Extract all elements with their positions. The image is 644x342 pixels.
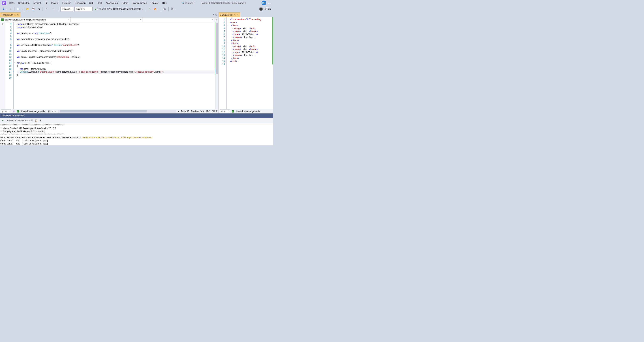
minimize-icon[interactable]: — (267, 2, 272, 4)
tab-label: sample1.xml (220, 14, 233, 16)
menu-hilfe[interactable]: Hilfe (160, 1, 169, 6)
workspace: Program.cs ⇱ ✕ ▾ ⚙ SaxonHE12NetCastStrin… (0, 12, 273, 113)
github-icon (259, 8, 262, 11)
menubar: DateiBearbeitenAnsichtGitProjektErstelle… (0, 0, 273, 6)
nav-type-combo[interactable] (70, 18, 142, 22)
paste-icon[interactable]: 📋 (35, 119, 38, 122)
save-button[interactable]: 💾 (31, 7, 36, 12)
left-tab-row: Program.cs ⇱ ✕ ▾ ⚙ (0, 12, 218, 17)
menu-erweiterungen[interactable]: Erweiterungen (130, 1, 149, 6)
col-indicator[interactable]: Zeichen: 148 (191, 110, 204, 113)
chevron-down-icon: ▾ (194, 2, 196, 4)
menu-git[interactable]: Git (43, 1, 49, 6)
start-without-debug-button[interactable]: ▷ (148, 7, 152, 12)
undo-button[interactable]: ↶ (44, 7, 48, 12)
tab-sample-xml[interactable]: sample1.xml ⇱ ✕ (219, 12, 240, 17)
code-content[interactable]: using net.liberty_development.SaxonHE12s… (16, 22, 215, 109)
search-label: Suchen (186, 2, 194, 4)
xml-outline-margin[interactable]: ⌄ ⌄ ⌄ (227, 17, 229, 109)
menu-debuggen[interactable]: Debuggen (73, 1, 88, 6)
left-status-bar: 90 % ℅ ✓ Keine Probleme gefunden 🛠 ▾ ◂ ▸… (0, 109, 218, 113)
window-layout-button[interactable]: ⊞ (170, 7, 175, 12)
menu-erstellen[interactable]: Erstellen (60, 1, 73, 6)
right-editor-pane: sample1.xml ⇱ ✕ 12345678910111213141516 … (219, 12, 273, 113)
line-number-gutter: 1234567891011121314151617✎1819 (5, 22, 14, 109)
pin-icon[interactable]: ⇱ (234, 14, 236, 16)
redo-button: ↷ (51, 7, 56, 12)
platform-combo[interactable]: Any CPU (74, 7, 92, 12)
crlf-indicator[interactable]: CRLF (212, 110, 218, 113)
outline-margin[interactable]: ⌄ ⌄ (14, 22, 16, 109)
ok-icon: ✓ (17, 110, 19, 113)
horizontal-scrollbar[interactable] (58, 110, 176, 113)
zoom-combo[interactable]: 90 % (1, 109, 11, 113)
ok-icon: ✓ (232, 110, 234, 113)
browse-button[interactable]: 🗂 (162, 7, 167, 12)
pin-icon[interactable]: ⇱ (14, 14, 16, 16)
nav-back-button[interactable]: ◉ (1, 7, 6, 12)
menu-datei[interactable]: Datei (7, 1, 16, 6)
menu-projekt[interactable]: Projekt (49, 1, 60, 6)
add-terminal-button[interactable]: ＋ (2, 119, 4, 122)
user-avatar[interactable]: MH (262, 1, 266, 5)
hot-reload-button: 🔥 (153, 7, 158, 12)
start-target-label: SaxonHE12NetCastStringToTokenExample (98, 8, 141, 10)
open-button[interactable]: 📂 (25, 7, 30, 12)
search-icon: 🔍 (182, 2, 184, 4)
menu-analysieren[interactable]: Analysieren (104, 1, 120, 6)
github-label: GitHub (264, 8, 271, 10)
split-editor-button[interactable]: ⬌ (214, 18, 218, 22)
close-icon[interactable]: ✕ (236, 14, 238, 16)
hscroll-left-button[interactable]: ◂ (54, 110, 56, 112)
xml-content[interactable]: <?xml version="1.0" encoding<root> <item… (229, 17, 273, 109)
vertical-scrollbar[interactable] (215, 22, 218, 109)
hscroll-right-button[interactable]: ▸ (178, 110, 179, 112)
menu-extras[interactable]: Extras (120, 1, 130, 6)
code-editor[interactable]: ⊞ 1234567891011121314151617✎1819 ⌄ ⌄ usi… (0, 22, 218, 109)
tab-label: Program.cs (2, 14, 13, 16)
new-item-button[interactable]: 📄 (16, 7, 20, 12)
save-all-button[interactable]: 🗃 (36, 7, 41, 12)
copy-icon[interactable]: ⧉ (32, 119, 33, 122)
problems-label[interactable]: Keine Probleme gefunden (236, 110, 261, 113)
panel-title[interactable]: Developer-PowerShell (0, 113, 273, 118)
main-toolbar: ◉ ▾ ◉ 📄 ▾ 📂 💾 🗃 ↶ ▾ ↷ ▾ Release Any CPU … (0, 6, 273, 12)
github-button[interactable]: GitHub (258, 8, 272, 11)
spc-indicator[interactable]: SPC (206, 110, 210, 113)
menu-fenster[interactable]: Fenster (149, 1, 160, 6)
vs-logo-icon[interactable] (2, 1, 6, 5)
csharp-icon (1, 19, 4, 21)
right-status-bar: 90 % ✓ Keine Probleme gefunden (219, 109, 273, 113)
solution-title: SaxonHE12NetCastStringToTokenExample (197, 2, 250, 4)
health-icon[interactable]: ℅ (13, 110, 15, 113)
nav-member-combo[interactable] (142, 18, 214, 22)
indicator-margin: ⊞ (0, 22, 5, 109)
settings-icon[interactable]: ⚙ (40, 119, 42, 122)
menu-xml[interactable]: XML (88, 1, 96, 6)
search-box[interactable]: 🔍 Suchen ▾ (180, 2, 197, 4)
menu-test[interactable]: Test (96, 1, 104, 6)
menu-ansicht[interactable]: Ansicht (31, 1, 43, 6)
tab-overflow-button[interactable]: ▾ (213, 14, 214, 16)
close-icon[interactable]: ✕ (17, 14, 19, 16)
screwdriver-icon[interactable]: 🛠 (48, 110, 50, 113)
navigation-bar: SaxonHE12NetCastStringToTokenExample ⬌ (0, 17, 218, 22)
terminal-output[interactable]: ****************************************… (0, 123, 273, 145)
xml-editor[interactable]: 12345678910111213141516 ⌄ ⌄ ⌄ <?xml vers… (219, 17, 273, 109)
configuration-combo[interactable]: Release (60, 7, 74, 12)
right-tab-row: sample1.xml ⇱ ✕ (219, 12, 273, 17)
editor-settings-button[interactable]: ⚙ (215, 14, 218, 16)
start-debug-button[interactable]: ▶ SaxonHE12NetCastStringToTokenExample ▾ (93, 7, 144, 12)
nav-forward-button: ◉ (8, 7, 13, 12)
zoom-combo[interactable]: 90 % (220, 109, 230, 113)
line-indicator[interactable]: Zeile: 17 (181, 110, 190, 113)
menu-bearbeiten[interactable]: Bearbeiten (16, 1, 31, 6)
nav-project-combo[interactable]: SaxonHE12NetCastStringToTokenExample (0, 18, 70, 22)
left-editor-pane: Program.cs ⇱ ✕ ▾ ⚙ SaxonHE12NetCastStrin… (0, 12, 219, 113)
play-icon: ▶ (95, 8, 96, 10)
xml-change-indicator (272, 17, 273, 64)
problems-label[interactable]: Keine Probleme gefunden (21, 110, 46, 113)
tab-program-cs[interactable]: Program.cs ⇱ ✕ (0, 12, 20, 17)
terminal-dropdown[interactable]: Developer-PowerShell ▾ (6, 119, 30, 122)
bottom-panel: Developer-PowerShell ＋ Developer-PowerSh… (0, 113, 273, 145)
